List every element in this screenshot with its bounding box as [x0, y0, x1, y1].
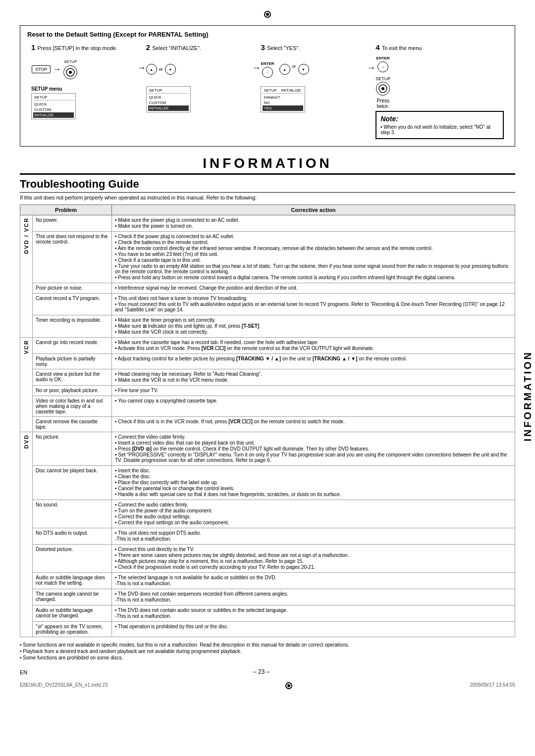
corrective-cell: • Make sure the cassette tape has a reco… — [112, 338, 515, 354]
corrective-cell: • Head cleaning may be necessary. Refer … — [112, 369, 515, 386]
corrective-cell: • Make sure the power plug is connected … — [112, 215, 515, 232]
problem-cell: Playback picture is partially noisy. — [33, 354, 112, 369]
step2-num: 2 Select "INITIALIZE". — [146, 43, 253, 51]
down-btn-step3: ▼ — [298, 64, 309, 75]
press-twice-label: Presstwice. — [376, 98, 389, 109]
information-heading: INFORMATION — [20, 155, 515, 175]
corrective-cell: • You cannot copy a copyrighted cassette… — [112, 396, 515, 417]
footer-notes: • Some functions are not available in sp… — [20, 642, 515, 660]
reset-step-4: 4 To exit the menu ENTER ○ SETUP — [372, 43, 508, 139]
corrective-cell: • Connect the video cable firmly. • Inse… — [112, 432, 515, 466]
corrective-cell: • Fine tune your TV. — [112, 386, 515, 396]
problem-cell: Disc cannot be played back. — [33, 466, 112, 500]
step1-num: 1 Press [SETUP] in the stop mode. — [31, 43, 138, 51]
table-row: Cannot remove the cassette tape. • Check… — [20, 417, 515, 432]
step2-diagram: ▲ or ▼ — [146, 54, 253, 84]
col-header-corrective: Corrective action — [112, 205, 515, 215]
corrective-cell: • Insert the disc. • Clean the disc. • P… — [112, 466, 515, 500]
en-label: EN — [20, 669, 27, 675]
setup-btn-step4 — [376, 82, 390, 96]
table-row: Playback picture is partially noisy. • A… — [20, 354, 515, 369]
table-row: DVD / VCR No power. • Make sure the powe… — [20, 215, 515, 232]
setup-screen-3: SETUP INITIALIZE Initialize? NO YES — [261, 86, 305, 112]
footer-note-2: • Playback from a desired track and rand… — [20, 649, 515, 654]
problem-cell: Video or color fades in and out when mak… — [33, 396, 112, 417]
side-information-label: INFORMATION — [520, 347, 535, 446]
problem-cell: Audio or subtitle language cannot be cha… — [33, 605, 112, 622]
reset-title: Reset to the Default Setting (Except for… — [27, 31, 508, 38]
setup-button — [63, 65, 77, 79]
step3-diagram: ENTER ○ ▲ or ▼ — [261, 54, 368, 84]
corrective-cell: • Check if the power plug is connected t… — [112, 232, 515, 283]
table-row: Timer recording is impossible. • Make su… — [20, 315, 515, 338]
step1-diagram: STOP → SETUP — [31, 54, 138, 84]
note-box: Note: • When you do not wish to initiali… — [375, 111, 504, 139]
setup-screen-1: SETUP QUICK CUSTOM INITIALIZE — [31, 93, 76, 119]
section-vcr: VCR — [20, 338, 33, 432]
svg-point-3 — [381, 87, 384, 90]
up-btn-step3: ▲ — [279, 64, 290, 75]
footer-note-3: • Some functions are prohibited on some … — [20, 655, 515, 660]
table-row: Audio or subtitle language does not matc… — [20, 573, 515, 589]
note-text: • When you do not wish to initialize, se… — [380, 124, 499, 135]
table-row: No sound. • Connect the audio cables fir… — [20, 500, 515, 528]
corrective-cell: • Connect the audio cables firmly. • Tur… — [112, 500, 515, 528]
note-title: Note: — [380, 115, 499, 123]
col-header-problem: Problem — [20, 205, 112, 215]
corrective-cell: • Make sure the timer program is set cor… — [112, 315, 515, 338]
table-row: This unit does not respond to the remote… — [20, 232, 515, 283]
corrective-cell: • This unit does not support DTS audio. … — [112, 528, 515, 545]
problem-cell: Audio or subtitle language does not matc… — [33, 573, 112, 589]
problem-cell: No picture. — [33, 432, 112, 466]
corrective-cell: • Connect this unit directly to the TV. … — [112, 545, 515, 573]
table-row: Audio or subtitle language cannot be cha… — [20, 605, 515, 622]
reset-step-1: 1 Press [SETUP] in the stop mode. STOP →… — [27, 43, 142, 119]
setup-screen-2: SETUP QUICK CUSTOM INITIALIZE — [146, 86, 191, 112]
section-dvd-vcr: DVD / VCR — [20, 215, 33, 338]
table-row: DVD No picture. • Connect the video cabl… — [20, 432, 515, 466]
enter-button-step4: ENTER ○ — [376, 56, 390, 72]
corrective-cell: • The selected language is not available… — [112, 573, 515, 589]
table-row: Disc cannot be played back. • Insert the… — [20, 466, 515, 500]
intro-text: If this unit does not perform properly w… — [20, 195, 515, 201]
footer-note-1: • Some functions are not available in sp… — [20, 642, 515, 648]
reset-step-3: 3 Select "YES". ENTER ○ ▲ or ▼ — [257, 43, 372, 112]
svg-point-1 — [69, 71, 72, 74]
reset-step-2: 2 Select "INITIALIZE". ▲ or ▼ SETUP — [142, 43, 257, 112]
table-row: The camera angle cannot be changed. • Th… — [20, 589, 515, 605]
step4-diagram: ENTER ○ SETUP Presstwice. — [375, 54, 504, 109]
problem-cell: Cannot go into record mode. — [33, 338, 112, 354]
corrective-cell: • This unit does not have a tuner to rec… — [112, 294, 515, 315]
enter-button-step3: ENTER ○ — [261, 61, 274, 78]
table-row: Distorted picture. • Connect this unit d… — [20, 545, 515, 573]
problem-cell: Cannot view a picture but the audio is O… — [33, 369, 112, 386]
table-row: Cannot record a TV program. • This unit … — [20, 294, 515, 315]
table-row: VCR Cannot go into record mode. • Make s… — [20, 338, 515, 354]
problem-cell: Cannot record a TV program. — [33, 294, 112, 315]
corrective-cell: • The DVD does not contain sequences rec… — [112, 589, 515, 605]
corrective-cell: • Check if this unit is in the VCR mode.… — [112, 417, 515, 432]
corrective-cell: • Adjust tracking control for a better p… — [112, 354, 515, 369]
problem-cell: Poor picture or noise. — [33, 283, 112, 294]
date-ref: 2009/09/17 13:54:05 — [470, 682, 515, 689]
problem-cell: Distorted picture. — [33, 545, 112, 573]
step3-num: 3 Select "YES". — [261, 43, 368, 51]
corrective-cell: • That operation is prohibited by this u… — [112, 622, 515, 637]
table-row: Video or color fades in and out when mak… — [20, 396, 515, 417]
problem-cell: No DTS audio is output. — [33, 528, 112, 545]
section-dvd: DVD — [20, 432, 33, 637]
troubleshoot-title: Troubleshooting Guide — [20, 178, 515, 193]
page-number: – 23 – — [253, 668, 269, 675]
bottom-meta: E8E0AUD_DV220SL8A_EN_v1.indd 23 2009/09/… — [20, 682, 515, 689]
problem-cell: The camera angle cannot be changed. — [33, 589, 112, 605]
up-button-step2: ▲ — [146, 64, 157, 75]
reset-steps: 1 Press [SETUP] in the stop mode. STOP →… — [27, 43, 508, 139]
top-registration-mark — [20, 10, 515, 20]
problem-cell: No power. — [33, 215, 112, 232]
setup-menu-label: SETUP menu — [31, 86, 138, 92]
problem-cell: This unit does not respond to the remote… — [33, 232, 112, 283]
stop-button: STOP — [32, 65, 51, 73]
corrective-cell: • The DVD does not contain audio source … — [112, 605, 515, 622]
trouble-table: Problem Corrective action DVD / VCR No p… — [20, 204, 515, 637]
table-row: Poor picture or noise. • Interference si… — [20, 283, 515, 294]
